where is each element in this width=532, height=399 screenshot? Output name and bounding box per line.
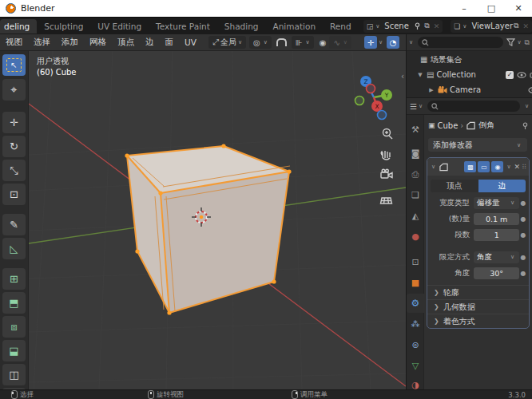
gizmo-neg-y-axis[interactable] bbox=[355, 97, 364, 105]
workspace-tab-shading[interactable]: Shading bbox=[217, 19, 266, 34]
animate-dot[interactable]: ● bbox=[519, 231, 527, 239]
outliner-search-input[interactable] bbox=[418, 37, 503, 48]
maximize-button[interactable]: □ bbox=[478, 0, 505, 17]
gizmos-chevron[interactable]: ∨ bbox=[379, 39, 383, 45]
outliner-row-camera[interactable]: ▶ Camera bbox=[407, 82, 532, 97]
viewport-scene[interactable]: Z Y X bbox=[29, 51, 406, 389]
falloff-dropdown[interactable]: ∿ ∨ bbox=[329, 36, 351, 49]
collapse-sidebar-arrow[interactable]: ‹ bbox=[401, 72, 404, 81]
show-gizmos-toggle[interactable]: ✛ bbox=[364, 36, 377, 49]
viewport-3d[interactable]: Z Y X 用户透视 (60) Cube ‹ bbox=[29, 51, 406, 389]
tool-add-cube[interactable]: ⊞ bbox=[2, 268, 26, 290]
menu-view[interactable]: 视图 bbox=[0, 37, 28, 48]
gizmo-neg-x-axis[interactable] bbox=[367, 85, 375, 93]
hide-eye-icon[interactable] bbox=[528, 87, 532, 93]
drag-handle-icon[interactable]: ⠿ bbox=[522, 164, 526, 171]
scene-collection-label[interactable]: 场景集合 bbox=[430, 54, 462, 65]
properties-options-chevron[interactable]: ∨ bbox=[525, 103, 529, 109]
tool-loop-cut[interactable]: ◫ bbox=[2, 364, 26, 385]
gizmo-neg-z-axis[interactable] bbox=[378, 111, 387, 120]
section-profile[interactable]: ❯ 轮廓 bbox=[427, 285, 529, 299]
scene-name[interactable]: Scene bbox=[384, 22, 409, 30]
limit-method-dropdown[interactable]: 角度 ∨ bbox=[474, 251, 519, 263]
realtime-display-toggle[interactable]: ▭ bbox=[478, 161, 490, 172]
tab-scene[interactable]: ◭ bbox=[407, 206, 424, 225]
angle-field[interactable]: 30° bbox=[474, 267, 519, 279]
collection-label[interactable]: Collection bbox=[436, 70, 475, 79]
outliner-row-collection[interactable]: ▼ ▤ Collection ✓ bbox=[407, 67, 532, 82]
menu-edge[interactable]: 边 bbox=[140, 37, 160, 48]
tool-rotate[interactable]: ↻ bbox=[2, 136, 26, 157]
minimize-button[interactable]: – bbox=[451, 0, 478, 17]
menu-face[interactable]: 面 bbox=[160, 37, 180, 48]
pivot-point-dropdown[interactable]: ◎ ∨ bbox=[249, 36, 272, 49]
section-shading[interactable]: ❯ 着色方式 bbox=[427, 314, 529, 328]
new-scene-icon[interactable]: ⧉ bbox=[424, 22, 429, 30]
animate-dot[interactable]: ● bbox=[519, 215, 527, 223]
snap-magnet-toggle[interactable] bbox=[276, 38, 287, 46]
camera-view-button[interactable] bbox=[381, 169, 392, 178]
menu-select[interactable]: 选择 bbox=[28, 37, 56, 48]
camera-label[interactable]: Camera bbox=[450, 85, 481, 94]
filter-chevron[interactable]: ∨ bbox=[517, 39, 521, 45]
pin-icon[interactable] bbox=[522, 122, 529, 129]
tab-physics[interactable]: ⊚ bbox=[407, 335, 424, 354]
render-display-toggle[interactable]: ◉ bbox=[491, 161, 503, 172]
delete-modifier-button[interactable]: ✕ bbox=[514, 163, 521, 171]
properties-search-input[interactable] bbox=[427, 101, 520, 112]
workspace-tab-sculpting[interactable]: Sculpting bbox=[37, 19, 90, 34]
workspace-tab-texture-paint[interactable]: Texture Paint bbox=[149, 19, 217, 34]
collection-disclosure[interactable]: ▼ bbox=[416, 72, 424, 78]
tab-view-layer[interactable]: ❏ bbox=[407, 185, 424, 204]
menu-vertex[interactable]: 顶点 bbox=[112, 37, 140, 48]
workspace-tab-modeling[interactable]: deling bbox=[0, 19, 37, 34]
scene-icon[interactable]: ◲ bbox=[367, 22, 374, 30]
pin-icon[interactable] bbox=[414, 22, 421, 30]
segments-field[interactable]: 1 bbox=[474, 229, 519, 241]
pan-hand-button[interactable] bbox=[381, 151, 390, 160]
new-view-layer-icon[interactable]: ⧉ bbox=[514, 22, 518, 30]
tool-extrude-region[interactable]: ⬒ bbox=[2, 292, 26, 314]
snap-with-dropdown[interactable]: ⊪ ∨ bbox=[292, 36, 314, 49]
proportional-edit-toggle[interactable]: ◉ bbox=[320, 38, 327, 47]
outliner-editor-type-chevron[interactable]: ∨ bbox=[409, 39, 413, 45]
tool-select-box[interactable]: ↖ bbox=[2, 54, 26, 76]
tab-modifiers[interactable]: ⚙ bbox=[407, 294, 424, 313]
breadcrumb-modifier-name[interactable]: 倒角 bbox=[478, 120, 494, 131]
workspace-tab-animation[interactable]: Animation bbox=[266, 19, 324, 34]
tool-measure[interactable]: ◺ bbox=[2, 238, 26, 259]
tab-collection[interactable]: ⊡ bbox=[407, 252, 424, 271]
filter-funnel-icon[interactable] bbox=[506, 38, 515, 46]
tool-scale[interactable]: ⤡ bbox=[2, 160, 26, 181]
scene-browse-chevron[interactable]: ∨ bbox=[375, 23, 379, 30]
properties-editor-chevron[interactable]: ∨ bbox=[419, 103, 423, 109]
tab-object[interactable]: ■ bbox=[407, 273, 424, 292]
view-layer-name[interactable]: ViewLayer bbox=[471, 22, 513, 30]
close-button[interactable]: ✕ bbox=[505, 0, 532, 17]
navigation-gizmo[interactable]: Z Y X bbox=[355, 76, 393, 120]
tool-bevel[interactable]: ⬓ bbox=[2, 340, 26, 361]
properties-editor-icon[interactable]: ☰ bbox=[410, 102, 417, 111]
zoom-button[interactable] bbox=[383, 129, 393, 140]
add-modifier-button[interactable]: 添加修改器 ∨ bbox=[428, 138, 527, 152]
outliner-row-scene-collection[interactable]: ▦ 场景集合 bbox=[407, 52, 532, 67]
toggle-ortho-button[interactable] bbox=[381, 198, 392, 203]
show-overlays-toggle[interactable]: ◔ bbox=[387, 36, 399, 49]
cube-mesh[interactable] bbox=[125, 144, 291, 314]
section-geometry[interactable]: ❯ 几何数据 bbox=[427, 299, 529, 314]
new-collection-icon[interactable]: ⧉ bbox=[525, 38, 530, 47]
tab-object-data[interactable]: ▽ bbox=[407, 356, 424, 375]
workspace-tab-uv-editing[interactable]: UV Editing bbox=[90, 19, 149, 34]
width-type-dropdown[interactable]: 偏移量 ∨ bbox=[474, 197, 519, 209]
animate-dot[interactable]: ● bbox=[519, 270, 527, 277]
tool-annotate[interactable]: ✎ bbox=[2, 214, 26, 235]
amount-field[interactable]: 0.1 m bbox=[474, 213, 519, 225]
tool-transform[interactable]: ⊡ bbox=[2, 184, 26, 205]
animate-dot[interactable]: ● bbox=[519, 254, 527, 261]
hide-eye-icon[interactable] bbox=[517, 72, 526, 78]
scene-selector[interactable]: ◲ ∨ Scene ⧉ ✕ bbox=[363, 20, 443, 33]
modifier-extras-chevron[interactable]: ∨ bbox=[506, 164, 510, 170]
menu-uv[interactable]: UV bbox=[179, 38, 202, 47]
tab-output[interactable]: ⎙ bbox=[407, 164, 424, 184]
tab-render[interactable]: ◙ bbox=[407, 144, 424, 163]
